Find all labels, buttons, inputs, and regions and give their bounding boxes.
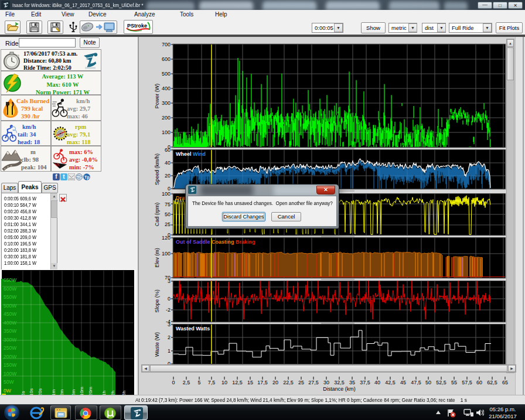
svg-text:22,5: 22,5 xyxy=(283,380,294,385)
svg-text:Wheel Wind: Wheel Wind xyxy=(176,151,206,157)
svg-text:300: 300 xyxy=(162,100,171,106)
svg-text:12,5: 12,5 xyxy=(232,380,243,385)
svg-text:55: 55 xyxy=(451,380,457,385)
svg-text:700: 700 xyxy=(162,42,171,47)
svg-text:15: 15 xyxy=(247,380,253,385)
svg-text:600: 600 xyxy=(162,56,171,62)
svg-text:1: 1 xyxy=(168,348,171,354)
svg-text:37,5: 37,5 xyxy=(360,380,370,385)
svg-text:27,5: 27,5 xyxy=(308,380,319,385)
svg-text:62,5: 62,5 xyxy=(487,380,497,385)
svg-text:100: 100 xyxy=(162,129,171,135)
svg-text:45: 45 xyxy=(400,380,406,385)
svg-text:Slope (%): Slope (%) xyxy=(154,289,160,313)
svg-text:5: 5 xyxy=(197,380,200,385)
svg-text:3: 3 xyxy=(168,278,171,284)
svg-text:Power (W): Power (W) xyxy=(154,84,160,109)
svg-text:40: 40 xyxy=(374,380,380,385)
svg-text:35: 35 xyxy=(349,380,355,385)
svg-text:60: 60 xyxy=(476,380,482,385)
svg-text:32,5: 32,5 xyxy=(334,380,345,385)
svg-text:25: 25 xyxy=(298,380,304,385)
svg-text:0: 0 xyxy=(172,380,175,385)
svg-text:57,5: 57,5 xyxy=(462,380,472,385)
svg-text:3: 3 xyxy=(168,322,171,327)
svg-text:Cad (rpm): Cad (rpm) xyxy=(154,203,160,227)
svg-text:500: 500 xyxy=(162,71,171,77)
svg-text:47,5: 47,5 xyxy=(411,380,421,385)
svg-text:60: 60 xyxy=(165,147,171,153)
svg-text:30: 30 xyxy=(323,380,329,385)
svg-text:50: 50 xyxy=(425,380,431,385)
svg-text:10: 10 xyxy=(221,380,227,385)
svg-text:17,5: 17,5 xyxy=(257,380,268,385)
svg-text:20: 20 xyxy=(165,173,171,179)
svg-text:50: 50 xyxy=(165,211,171,217)
svg-text:-2: -2 xyxy=(166,307,171,313)
svg-text:42,5: 42,5 xyxy=(385,380,396,385)
svg-text:65: 65 xyxy=(502,380,508,385)
svg-text:40: 40 xyxy=(165,160,171,166)
svg-text:Waste (W): Waste (W) xyxy=(154,332,160,357)
svg-text:Speed (km/h): Speed (km/h) xyxy=(154,153,160,185)
svg-text:200: 200 xyxy=(162,115,171,121)
svg-text:100: 100 xyxy=(162,251,171,257)
svg-text:Distance (km): Distance (km) xyxy=(323,386,356,392)
svg-text:120: 120 xyxy=(162,235,171,241)
svg-text:0: 0 xyxy=(168,296,171,302)
svg-text:2,5: 2,5 xyxy=(183,380,190,385)
svg-text:2: 2 xyxy=(168,334,171,340)
svg-text:52,5: 52,5 xyxy=(436,380,446,385)
svg-text:Out of Saddle Coasting Braking: Out of Saddle Coasting Braking xyxy=(176,239,255,245)
svg-text:100: 100 xyxy=(162,191,171,197)
svg-text:400: 400 xyxy=(162,86,171,91)
svg-text:75: 75 xyxy=(165,202,171,207)
svg-text:Wasted Watts: Wasted Watts xyxy=(176,326,210,332)
svg-text:25: 25 xyxy=(165,221,171,227)
svg-text:Elev (m): Elev (m) xyxy=(154,248,160,268)
svg-text:7,5: 7,5 xyxy=(208,380,216,385)
svg-text:20: 20 xyxy=(272,380,278,385)
